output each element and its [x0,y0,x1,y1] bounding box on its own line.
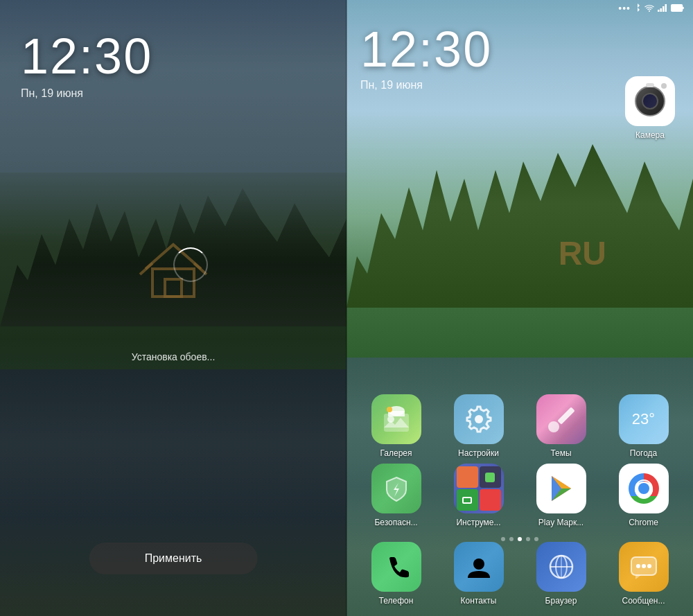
phone-app-icon [371,542,421,592]
weather-temp-value: 23° [632,410,655,428]
svg-point-32 [647,564,651,568]
app-row-1: Галерея Настройки [355,394,685,458]
app-item-themes[interactable]: Темы [527,394,596,458]
gallery-app-label: Галерея [380,448,412,458]
playmarket-app-label: Play Марк... [538,518,584,527]
battery-icon [671,4,685,13]
app-grid: Галерея Настройки [346,394,693,533]
camera-app-label: Камера [635,130,665,140]
svg-rect-6 [665,4,667,12]
settings-app-label: Настройки [458,448,499,458]
page-dot-3 [518,537,522,541]
dock-item-messages[interactable]: Сообщен... [609,542,678,606]
chrome-app-label: Chrome [629,518,658,527]
weather-app-icon: 23° [619,394,669,444]
lock-date-display: Пн, 19 июня [21,87,326,100]
svg-point-15 [548,421,559,432]
svg-rect-5 [663,6,665,12]
status-icons-group: ••• [618,3,685,14]
svg-rect-8 [672,5,681,10]
apply-button-container[interactable]: Применить [89,543,258,574]
app-dock: Телефон Контакты Браузер [346,542,693,606]
app-item-gallery[interactable]: Галерея [362,394,431,458]
tools-app-icon [454,464,504,513]
page-dot-5 [534,537,538,541]
svg-rect-3 [658,10,660,12]
weather-app-label: Погода [630,448,658,458]
svg-rect-14 [557,407,574,424]
phone-app-label: Телефон [379,596,414,606]
tools-mini-2 [480,466,501,488]
camera-lens [635,86,665,116]
page-dot-4 [526,537,530,541]
signal-icon [658,4,667,13]
home-screen-panel: RU ••• [346,0,693,616]
gallery-app-icon [371,394,421,444]
notification-dots-icon: ••• [618,3,631,14]
page-dot-1 [501,537,505,541]
svg-point-30 [636,564,640,568]
status-bar: ••• [346,0,693,17]
themes-app-label: Темы [550,448,571,458]
spinner-ring [173,247,208,282]
settings-app-icon [454,394,504,444]
security-app-label: Безопасн... [374,518,417,527]
dock-item-contacts[interactable]: Контакты [444,542,514,606]
panel-divider [346,0,347,616]
wifi-icon [644,4,654,13]
camera-flash [661,83,667,89]
tools-mini-1 [457,466,478,488]
app-row-2: Безопасн... Инструме.. [355,464,685,527]
chrome-app-icon [619,464,669,513]
messages-app-label: Сообщен... [622,596,665,606]
svg-rect-4 [660,8,663,12]
app-item-camera[interactable]: Камера [615,76,685,140]
app-item-chrome[interactable]: Chrome [609,464,678,527]
app-item-playmarket[interactable]: Play Марк... [527,464,596,527]
svg-point-24 [473,558,484,570]
svg-point-31 [642,564,646,568]
tools-folder-grid [454,464,504,513]
bluetooth-icon [634,3,641,14]
dock-item-browser[interactable]: Браузер [527,542,596,606]
dock-item-phone[interactable]: Телефон [362,542,431,606]
tools-mini-3 [457,489,478,511]
svg-point-22 [638,483,649,494]
security-app-icon [371,464,421,513]
ru-watermark: RU [559,234,606,272]
browser-app-icon [536,542,586,592]
lock-time-display: 12:30 [21,28,326,85]
svg-point-13 [387,407,392,412]
app-item-weather[interactable]: 23° Погода [609,394,678,458]
camera-inner-lens [642,93,658,109]
app-item-security[interactable]: Безопасн... [362,464,431,527]
app-item-settings[interactable]: Настройки [444,394,514,458]
page-dot-2 [509,537,514,541]
lock-screen-panel: Установка обоев... 12:30 Пн, 19 июня При… [0,0,346,616]
camera-bump [646,83,654,87]
contacts-app-icon [454,542,504,592]
contacts-app-label: Контакты [461,596,497,606]
tools-app-label: Инструме... [456,518,500,527]
tools-mini-4 [480,489,501,511]
installing-label: Установка обоев... [132,351,216,362]
camera-app-icon [625,76,675,126]
themes-app-icon [536,394,586,444]
page-indicators [346,537,693,541]
lock-info: 12:30 Пн, 19 июня [0,0,346,127]
playmarket-app-icon [536,464,586,513]
apply-button[interactable]: Применить [89,543,258,574]
app-item-tools[interactable]: Инструме... [444,464,514,527]
loading-spinner [173,247,208,282]
messages-app-icon [619,542,669,592]
svg-point-2 [649,10,650,12]
home-time-display: 12:30 [360,21,679,78]
browser-app-label: Браузер [545,596,577,606]
